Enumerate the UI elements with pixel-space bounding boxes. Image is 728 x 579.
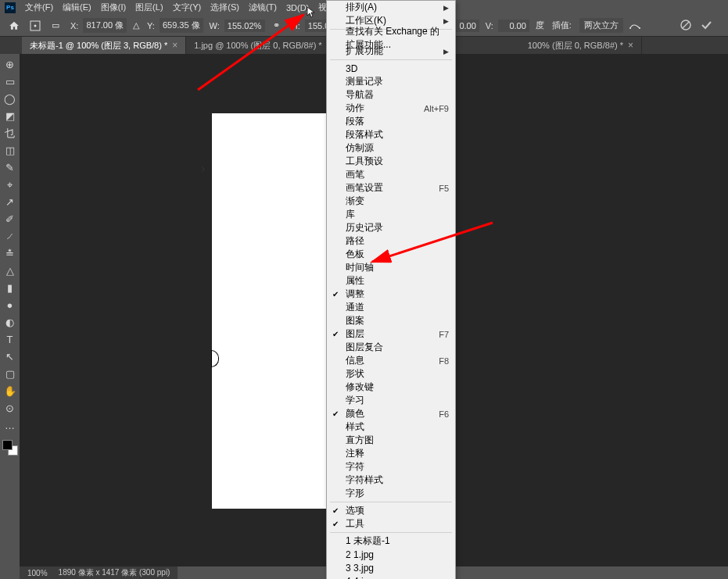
menu-item[interactable]: ✔颜色F6 xyxy=(327,407,455,420)
tool-heal[interactable]: ⌖ xyxy=(2,177,17,192)
menu-item[interactable]: 路径 xyxy=(327,234,455,248)
menu-item[interactable]: 排列(A)▶ xyxy=(327,1,455,14)
cancel-icon[interactable] xyxy=(680,19,692,33)
tool-pen[interactable]: ◐ xyxy=(2,315,17,330)
tool-lasso[interactable]: ◯ xyxy=(2,91,17,106)
menu-item[interactable]: 时间轴 xyxy=(327,261,455,274)
menu-item[interactable]: ✔图层F7 xyxy=(327,327,455,341)
interp-select[interactable]: 两次立方 xyxy=(579,18,623,33)
menu-item[interactable]: ✔选项 xyxy=(327,504,455,517)
menu-item[interactable]: 画笔设置F5 xyxy=(327,181,455,195)
menu-item[interactable]: 学习 xyxy=(327,394,455,407)
tool-selection[interactable]: ◩ xyxy=(2,109,17,123)
menu-item[interactable]: ✔调整 xyxy=(327,288,455,301)
menu-item[interactable]: 渐变 xyxy=(327,195,455,208)
tool-path[interactable]: ↖ xyxy=(2,349,17,364)
tool-stamp[interactable]: ✐ xyxy=(2,212,17,227)
w-value[interactable]: 155.02% xyxy=(224,20,265,32)
tab-1[interactable]: 未标题-1 @ 100% (图层 3, RGB/8) * × xyxy=(22,37,186,54)
menu-item[interactable]: 扩展功能▶ xyxy=(327,45,455,58)
menu-item[interactable]: 导航器 xyxy=(327,88,455,102)
menu-item[interactable]: 1 未标题-1 xyxy=(327,534,455,548)
menu-item-label: 3D xyxy=(346,63,357,74)
y-value[interactable]: 659.35 像 xyxy=(160,18,203,33)
tab-4[interactable]: 100% (图层 0, RGB/8#) * × xyxy=(520,37,642,54)
tool-marquee[interactable]: ▭ xyxy=(2,74,17,89)
tool-eyedropper[interactable]: ✎ xyxy=(2,160,17,175)
menu-item[interactable]: 画笔 xyxy=(327,168,455,181)
tool-crop[interactable]: 乜 xyxy=(2,126,17,141)
menu-item[interactable]: 形状 xyxy=(327,367,455,381)
link-icon[interactable]: ⚭ xyxy=(268,17,285,34)
menu-item[interactable]: 段落 xyxy=(327,115,455,128)
menu-item-label: 修改键 xyxy=(346,381,374,394)
close-icon[interactable]: × xyxy=(172,40,178,51)
tool-hand[interactable]: ✋ xyxy=(2,384,17,399)
menu-item-label: 1 未标题-1 xyxy=(346,534,390,548)
menu-item[interactable]: 修改键 xyxy=(327,381,455,394)
x-value[interactable]: 817.00 像 xyxy=(83,18,127,33)
tool-brush[interactable]: ↗ xyxy=(2,195,17,209)
menu-item-label: 色板 xyxy=(346,248,364,261)
menu-item[interactable]: 工具预设 xyxy=(327,155,455,168)
tool-move[interactable]: ⊕ xyxy=(2,57,17,72)
menu-item[interactable]: 段落样式 xyxy=(327,128,455,141)
menu-filter[interactable]: 滤镜(T) xyxy=(244,0,282,15)
zoom-level[interactable]: 100% xyxy=(27,569,48,577)
menu-item[interactable]: 通道 xyxy=(327,301,455,314)
menu-item[interactable]: 仿制源 xyxy=(327,141,455,155)
menu-item[interactable]: 直方图 xyxy=(327,434,455,447)
transform-ref-icon[interactable] xyxy=(27,17,44,34)
menu-item[interactable]: 样式 xyxy=(327,420,455,434)
commit-icon[interactable] xyxy=(700,19,712,33)
menu-edit[interactable]: 编辑(E) xyxy=(58,0,96,15)
tool-frame[interactable]: ◫ xyxy=(2,143,17,158)
rect-icon[interactable]: ▭ xyxy=(47,17,64,34)
menu-item[interactable]: 3D xyxy=(327,62,455,75)
menu-item[interactable]: 库 xyxy=(327,208,455,221)
tool-gradient[interactable]: △ xyxy=(2,263,17,278)
close-icon[interactable]: × xyxy=(628,40,633,51)
menu-item-label: 样式 xyxy=(346,420,364,434)
foreground-color[interactable] xyxy=(2,440,13,450)
tool-eraser[interactable]: ≛ xyxy=(2,246,17,261)
menu-item[interactable]: 图案 xyxy=(327,314,455,327)
menu-item[interactable]: 3 3.jpg xyxy=(327,561,455,574)
tool-more[interactable]: … xyxy=(2,418,17,433)
menu-3d[interactable]: 3D(D) xyxy=(282,2,314,14)
anti-alias-icon[interactable] xyxy=(626,17,644,34)
tool-zoom[interactable]: ⊙ xyxy=(2,401,17,416)
menu-item[interactable]: 色板 xyxy=(327,248,455,261)
menu-item[interactable]: 注释 xyxy=(327,447,455,460)
menu-item-label: 属性 xyxy=(346,274,364,288)
menu-item[interactable]: 查找有关 Exchange 的扩展功能... xyxy=(327,31,455,45)
tool-blur[interactable]: ▮ xyxy=(2,281,17,295)
menu-file[interactable]: 文件(F) xyxy=(20,0,58,15)
menu-item[interactable]: ✔工具 xyxy=(327,517,455,531)
menu-item[interactable]: 图层复合 xyxy=(327,341,455,354)
menu-select[interactable]: 选择(S) xyxy=(206,0,244,15)
menu-item[interactable]: 2 1.jpg xyxy=(327,548,455,561)
menu-item[interactable]: 字符样式 xyxy=(327,474,455,487)
tool-history[interactable]: ⟋ xyxy=(2,229,17,244)
menu-item-label: 仿制源 xyxy=(346,141,374,155)
menu-item[interactable]: 字形 xyxy=(327,487,455,500)
v-value[interactable]: 0.00 xyxy=(498,20,529,32)
color-swatches[interactable] xyxy=(2,440,18,456)
tab-2[interactable]: 1.jpg @ 100% (图层 0, RGB/8#) * × xyxy=(186,37,340,54)
tab-label: 100% (图层 0, RGB/8#) * xyxy=(528,40,623,52)
menu-item[interactable]: 4 4.jpg xyxy=(327,574,455,579)
menu-item[interactable]: 动作Alt+F9 xyxy=(327,102,455,115)
menu-item[interactable]: 测量记录 xyxy=(327,75,455,88)
menu-item[interactable]: 字符 xyxy=(327,460,455,474)
menu-image[interactable]: 图像(I) xyxy=(96,0,131,15)
menu-layer[interactable]: 图层(L) xyxy=(131,0,167,15)
menu-item[interactable]: 信息F8 xyxy=(327,354,455,367)
menu-type[interactable]: 文字(Y) xyxy=(168,0,206,15)
tool-type[interactable]: T xyxy=(2,332,17,347)
tool-shape[interactable]: ▢ xyxy=(2,366,17,381)
menu-item[interactable]: 属性 xyxy=(327,274,455,288)
home-icon[interactable] xyxy=(5,17,23,34)
tool-dodge[interactable]: ● xyxy=(2,298,17,313)
menu-item[interactable]: 历史记录 xyxy=(327,221,455,234)
